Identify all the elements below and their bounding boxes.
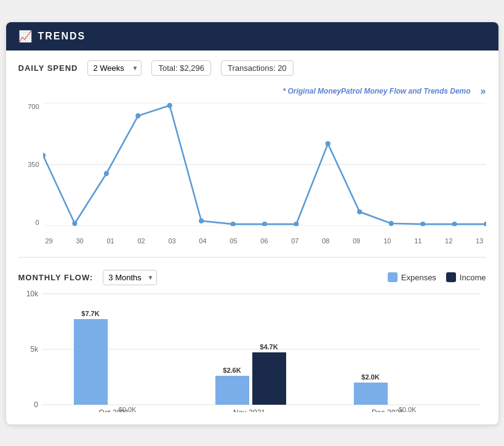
x-label-07: 07 [291, 237, 298, 245]
svg-point-3 [43, 153, 46, 158]
svg-point-4 [72, 221, 77, 225]
header: 📈 TRENDS [6, 22, 498, 51]
svg-point-16 [452, 221, 457, 225]
demo-link: * Original MoneyPatrol Money Flow and Tr… [282, 87, 470, 95]
svg-text:$2.6K: $2.6K [223, 367, 241, 374]
monthly-flow-controls: MONTHLY FLOW: 3 Months 6 Months 1 Year E… [6, 264, 498, 289]
x-label-13: 13 [476, 237, 483, 245]
expenses-legend-label: Expenses [401, 273, 436, 282]
svg-text:$2.0K: $2.0K [361, 373, 379, 381]
line-chart-svg [43, 103, 486, 226]
period-select[interactable]: 2 Weeks 1 Month 3 Months [87, 60, 142, 76]
svg-text:10k: 10k [26, 290, 38, 298]
svg-point-8 [199, 218, 204, 223]
legend-expenses: Expenses [388, 272, 436, 282]
monthly-flow-label: MONTHLY FLOW: [18, 273, 94, 282]
monthly-period-wrapper[interactable]: 3 Months 6 Months 1 Year [103, 270, 157, 285]
transactions-value: 20 [278, 63, 286, 73]
line-chart-area: 700 350 0 [18, 103, 486, 245]
x-label-02: 02 [137, 237, 145, 245]
x-label-05: 05 [230, 237, 237, 245]
svg-text:$7.7K: $7.7K [81, 310, 99, 317]
expenses-legend-box [388, 272, 398, 282]
svg-point-7 [167, 103, 172, 108]
svg-point-13 [357, 209, 362, 214]
svg-point-5 [103, 171, 108, 176]
svg-text:Oct-2021: Oct-2021 [98, 408, 129, 412]
svg-point-11 [294, 221, 298, 225]
line-chart-x-labels: 29 30 01 02 03 04 05 06 07 08 09 10 11 1… [43, 237, 486, 245]
bar-oct-expenses [74, 319, 108, 405]
svg-point-9 [230, 221, 235, 225]
daily-spend-section: DAILY SPEND 2 Weeks 1 Month 3 Months Tot… [6, 51, 498, 103]
svg-text:Dec-2021: Dec-2021 [371, 408, 403, 412]
svg-point-6 [135, 113, 140, 118]
x-label-10: 10 [383, 237, 391, 245]
bar-chart-svg: 10k 5k 0 $7.7K $0.0K Oct-2021 $2.6K $4.7… [18, 289, 486, 412]
y-label-350: 350 [28, 161, 39, 168]
income-legend-label: Income [460, 273, 486, 282]
line-chart-y-labels: 700 350 0 [18, 103, 43, 226]
svg-text:5k: 5k [30, 345, 39, 354]
x-label-03: 03 [168, 237, 175, 245]
legend: Expenses Income [388, 272, 486, 282]
header-title: TRENDS [38, 31, 86, 42]
bar-nov-expenses [215, 376, 249, 405]
main-card: 📈 TRENDS DAILY SPEND 2 Weeks 1 Month 3 M… [6, 22, 498, 424]
total-value: $2,296 [180, 63, 204, 73]
daily-spend-label: DAILY SPEND [18, 63, 78, 73]
daily-spend-controls: DAILY SPEND 2 Weeks 1 Month 3 Months Tot… [18, 60, 486, 97]
section-divider [18, 257, 486, 257]
x-label-08: 08 [322, 237, 329, 245]
transactions-badge: Transactions: 20 [221, 60, 294, 76]
y-label-0: 0 [35, 219, 39, 226]
x-label-12: 12 [445, 237, 452, 245]
svg-point-14 [388, 221, 393, 225]
svg-point-12 [325, 141, 330, 146]
transactions-label: Transactions: [228, 63, 276, 73]
line-chart-container: 700 350 0 [6, 103, 498, 251]
legend-income: Income [446, 272, 486, 282]
x-label-04: 04 [199, 237, 206, 245]
svg-text:$4.7K: $4.7K [260, 343, 278, 351]
svg-point-17 [483, 221, 486, 225]
income-legend-box [446, 272, 456, 282]
period-select-wrapper[interactable]: 2 Weeks 1 Month 3 Months [87, 60, 142, 76]
bar-chart-area: 10k 5k 0 $7.7K $0.0K Oct-2021 $2.6K $4.7… [6, 289, 498, 424]
x-label-29: 29 [46, 237, 53, 245]
x-label-01: 01 [106, 237, 114, 245]
svg-text:Nov-2021: Nov-2021 [233, 408, 265, 412]
total-label: Total: [158, 63, 177, 73]
svg-point-10 [262, 221, 266, 225]
monthly-period-select[interactable]: 3 Months 6 Months 1 Year [103, 270, 157, 285]
trends-icon: 📈 [18, 30, 32, 43]
y-label-700: 700 [28, 103, 39, 110]
x-label-11: 11 [414, 237, 422, 245]
bar-nov-income [252, 352, 286, 405]
bar-dec-expenses [354, 383, 388, 405]
total-badge: Total: $2,296 [151, 60, 210, 76]
x-label-09: 09 [353, 237, 360, 245]
x-label-06: 06 [260, 237, 268, 245]
arrow-button[interactable]: » [481, 86, 486, 97]
x-label-30: 30 [76, 237, 83, 245]
svg-text:0: 0 [34, 400, 38, 409]
svg-point-15 [420, 221, 425, 225]
